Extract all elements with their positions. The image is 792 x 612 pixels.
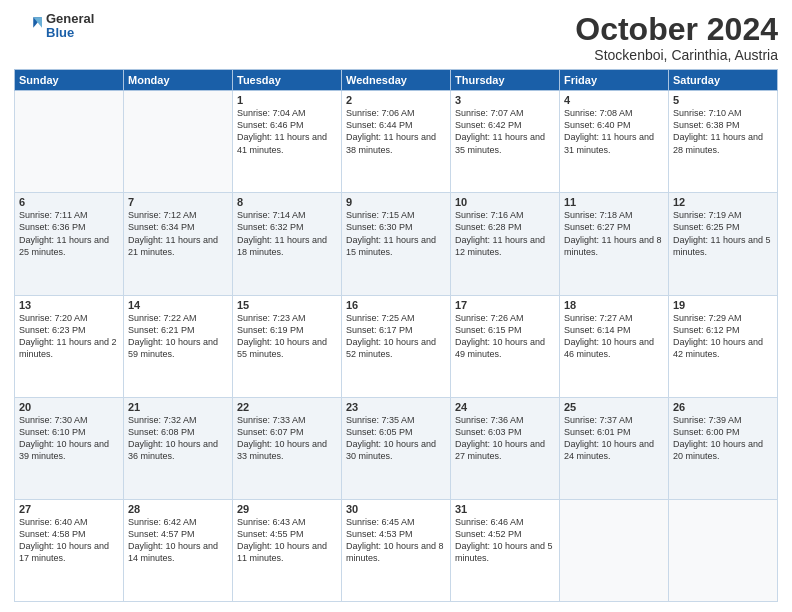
- col-wednesday: Wednesday: [342, 70, 451, 91]
- day-info: Sunrise: 7:36 AM Sunset: 6:03 PM Dayligh…: [455, 414, 555, 463]
- day-info: Sunrise: 7:37 AM Sunset: 6:01 PM Dayligh…: [564, 414, 664, 463]
- day-number: 30: [346, 503, 446, 515]
- day-info: Sunrise: 6:40 AM Sunset: 4:58 PM Dayligh…: [19, 516, 119, 565]
- day-number: 3: [455, 94, 555, 106]
- day-info: Sunrise: 7:26 AM Sunset: 6:15 PM Dayligh…: [455, 312, 555, 361]
- calendar-cell: 19Sunrise: 7:29 AM Sunset: 6:12 PM Dayli…: [669, 295, 778, 397]
- day-info: Sunrise: 7:22 AM Sunset: 6:21 PM Dayligh…: [128, 312, 228, 361]
- day-info: Sunrise: 7:06 AM Sunset: 6:44 PM Dayligh…: [346, 107, 446, 156]
- calendar-cell: [560, 499, 669, 601]
- calendar-cell: 3Sunrise: 7:07 AM Sunset: 6:42 PM Daylig…: [451, 91, 560, 193]
- calendar-cell: 16Sunrise: 7:25 AM Sunset: 6:17 PM Dayli…: [342, 295, 451, 397]
- calendar-cell: 20Sunrise: 7:30 AM Sunset: 6:10 PM Dayli…: [15, 397, 124, 499]
- calendar-cell: 25Sunrise: 7:37 AM Sunset: 6:01 PM Dayli…: [560, 397, 669, 499]
- logo-text: General Blue: [46, 12, 94, 41]
- calendar-cell: 26Sunrise: 7:39 AM Sunset: 6:00 PM Dayli…: [669, 397, 778, 499]
- day-number: 4: [564, 94, 664, 106]
- day-number: 27: [19, 503, 119, 515]
- day-info: Sunrise: 6:45 AM Sunset: 4:53 PM Dayligh…: [346, 516, 446, 565]
- day-number: 7: [128, 196, 228, 208]
- day-info: Sunrise: 7:14 AM Sunset: 6:32 PM Dayligh…: [237, 209, 337, 258]
- calendar-cell: 13Sunrise: 7:20 AM Sunset: 6:23 PM Dayli…: [15, 295, 124, 397]
- calendar-cell: 24Sunrise: 7:36 AM Sunset: 6:03 PM Dayli…: [451, 397, 560, 499]
- col-friday: Friday: [560, 70, 669, 91]
- day-info: Sunrise: 7:07 AM Sunset: 6:42 PM Dayligh…: [455, 107, 555, 156]
- calendar-cell: 15Sunrise: 7:23 AM Sunset: 6:19 PM Dayli…: [233, 295, 342, 397]
- day-number: 26: [673, 401, 773, 413]
- day-info: Sunrise: 7:16 AM Sunset: 6:28 PM Dayligh…: [455, 209, 555, 258]
- day-number: 2: [346, 94, 446, 106]
- day-number: 31: [455, 503, 555, 515]
- day-info: Sunrise: 7:39 AM Sunset: 6:00 PM Dayligh…: [673, 414, 773, 463]
- location-title: Stockenboi, Carinthia, Austria: [575, 47, 778, 63]
- page: General Blue October 2024 Stockenboi, Ca…: [0, 0, 792, 612]
- day-number: 15: [237, 299, 337, 311]
- day-number: 8: [237, 196, 337, 208]
- calendar-cell: 23Sunrise: 7:35 AM Sunset: 6:05 PM Dayli…: [342, 397, 451, 499]
- calendar-cell: 28Sunrise: 6:42 AM Sunset: 4:57 PM Dayli…: [124, 499, 233, 601]
- month-title: October 2024: [575, 12, 778, 47]
- day-number: 5: [673, 94, 773, 106]
- day-number: 21: [128, 401, 228, 413]
- calendar-cell: 10Sunrise: 7:16 AM Sunset: 6:28 PM Dayli…: [451, 193, 560, 295]
- day-info: Sunrise: 7:19 AM Sunset: 6:25 PM Dayligh…: [673, 209, 773, 258]
- day-number: 11: [564, 196, 664, 208]
- day-info: Sunrise: 7:12 AM Sunset: 6:34 PM Dayligh…: [128, 209, 228, 258]
- day-info: Sunrise: 7:35 AM Sunset: 6:05 PM Dayligh…: [346, 414, 446, 463]
- calendar-cell: 30Sunrise: 6:45 AM Sunset: 4:53 PM Dayli…: [342, 499, 451, 601]
- calendar-cell: 12Sunrise: 7:19 AM Sunset: 6:25 PM Dayli…: [669, 193, 778, 295]
- header: General Blue October 2024 Stockenboi, Ca…: [14, 12, 778, 63]
- calendar-cell: [669, 499, 778, 601]
- logo-icon: [14, 12, 42, 40]
- calendar-cell: 21Sunrise: 7:32 AM Sunset: 6:08 PM Dayli…: [124, 397, 233, 499]
- calendar-cell: 18Sunrise: 7:27 AM Sunset: 6:14 PM Dayli…: [560, 295, 669, 397]
- day-info: Sunrise: 7:10 AM Sunset: 6:38 PM Dayligh…: [673, 107, 773, 156]
- day-number: 12: [673, 196, 773, 208]
- day-number: 20: [19, 401, 119, 413]
- calendar-cell: 2Sunrise: 7:06 AM Sunset: 6:44 PM Daylig…: [342, 91, 451, 193]
- calendar-cell: 17Sunrise: 7:26 AM Sunset: 6:15 PM Dayli…: [451, 295, 560, 397]
- calendar-table: Sunday Monday Tuesday Wednesday Thursday…: [14, 69, 778, 602]
- col-sunday: Sunday: [15, 70, 124, 91]
- week-row-4: 20Sunrise: 7:30 AM Sunset: 6:10 PM Dayli…: [15, 397, 778, 499]
- day-info: Sunrise: 7:04 AM Sunset: 6:46 PM Dayligh…: [237, 107, 337, 156]
- col-saturday: Saturday: [669, 70, 778, 91]
- day-number: 28: [128, 503, 228, 515]
- week-row-1: 1Sunrise: 7:04 AM Sunset: 6:46 PM Daylig…: [15, 91, 778, 193]
- day-number: 19: [673, 299, 773, 311]
- day-number: 29: [237, 503, 337, 515]
- calendar-cell: 31Sunrise: 6:46 AM Sunset: 4:52 PM Dayli…: [451, 499, 560, 601]
- day-info: Sunrise: 7:25 AM Sunset: 6:17 PM Dayligh…: [346, 312, 446, 361]
- calendar-cell: 4Sunrise: 7:08 AM Sunset: 6:40 PM Daylig…: [560, 91, 669, 193]
- day-info: Sunrise: 7:33 AM Sunset: 6:07 PM Dayligh…: [237, 414, 337, 463]
- day-number: 24: [455, 401, 555, 413]
- day-number: 18: [564, 299, 664, 311]
- day-info: Sunrise: 7:29 AM Sunset: 6:12 PM Dayligh…: [673, 312, 773, 361]
- logo-line2: Blue: [46, 26, 94, 40]
- calendar-cell: 11Sunrise: 7:18 AM Sunset: 6:27 PM Dayli…: [560, 193, 669, 295]
- day-number: 25: [564, 401, 664, 413]
- day-info: Sunrise: 7:27 AM Sunset: 6:14 PM Dayligh…: [564, 312, 664, 361]
- day-number: 23: [346, 401, 446, 413]
- day-info: Sunrise: 7:23 AM Sunset: 6:19 PM Dayligh…: [237, 312, 337, 361]
- day-info: Sunrise: 7:32 AM Sunset: 6:08 PM Dayligh…: [128, 414, 228, 463]
- calendar-cell: 1Sunrise: 7:04 AM Sunset: 6:46 PM Daylig…: [233, 91, 342, 193]
- day-info: Sunrise: 7:11 AM Sunset: 6:36 PM Dayligh…: [19, 209, 119, 258]
- day-info: Sunrise: 7:20 AM Sunset: 6:23 PM Dayligh…: [19, 312, 119, 361]
- day-number: 14: [128, 299, 228, 311]
- title-block: October 2024 Stockenboi, Carinthia, Aust…: [575, 12, 778, 63]
- day-number: 13: [19, 299, 119, 311]
- calendar-cell: [124, 91, 233, 193]
- calendar-cell: 14Sunrise: 7:22 AM Sunset: 6:21 PM Dayli…: [124, 295, 233, 397]
- day-info: Sunrise: 7:18 AM Sunset: 6:27 PM Dayligh…: [564, 209, 664, 258]
- day-number: 17: [455, 299, 555, 311]
- week-row-3: 13Sunrise: 7:20 AM Sunset: 6:23 PM Dayli…: [15, 295, 778, 397]
- day-info: Sunrise: 6:46 AM Sunset: 4:52 PM Dayligh…: [455, 516, 555, 565]
- week-row-2: 6Sunrise: 7:11 AM Sunset: 6:36 PM Daylig…: [15, 193, 778, 295]
- week-row-5: 27Sunrise: 6:40 AM Sunset: 4:58 PM Dayli…: [15, 499, 778, 601]
- day-number: 16: [346, 299, 446, 311]
- day-number: 9: [346, 196, 446, 208]
- calendar-cell: [15, 91, 124, 193]
- calendar-cell: 29Sunrise: 6:43 AM Sunset: 4:55 PM Dayli…: [233, 499, 342, 601]
- calendar-cell: 27Sunrise: 6:40 AM Sunset: 4:58 PM Dayli…: [15, 499, 124, 601]
